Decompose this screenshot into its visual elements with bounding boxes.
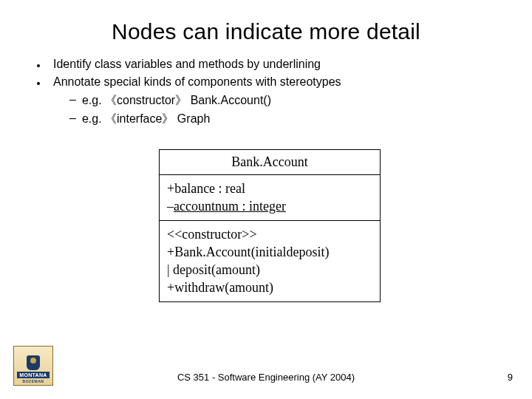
- uml-class-diagram: Bank.Account +balance : real –accountnum…: [159, 149, 381, 302]
- attribute-1: +balance : real: [167, 181, 245, 196]
- dash-icon: –: [69, 112, 76, 125]
- footer-course-info: CS 351 - Software Engineering (AY 2004): [177, 372, 355, 383]
- slide-title: Nodes can indicate more detail: [30, 19, 502, 44]
- attribute-2-underlined: accountnum : integer: [174, 199, 286, 214]
- bullet-1: Identify class variables and methods by …: [37, 58, 502, 71]
- sub-bullet-1-text: e.g. 《constructor》 Bank.Account(): [82, 93, 271, 109]
- sub-bullet-list: – e.g. 《constructor》 Bank.Account() – e.…: [69, 93, 502, 127]
- slide-content: Identify class variables and methods by …: [30, 58, 502, 302]
- operation-3: +withdraw(amount): [167, 279, 372, 296]
- logo-text: MONTANA: [17, 372, 49, 378]
- montana-state-logo: MONTANA BOZEMAN: [13, 346, 53, 386]
- operation-2-rest: deposit(amount): [170, 262, 260, 277]
- attributes-compartment: +balance : real –accountnum : integer: [160, 175, 380, 221]
- attribute-2-visibility: –: [167, 199, 174, 214]
- attribute-row: –accountnum : integer: [167, 197, 372, 215]
- page-number: 9: [508, 372, 513, 383]
- bullet-1-text: Identify class variables and methods by …: [53, 58, 321, 71]
- slide-footer: MONTANA BOZEMAN CS 351 - Software Engine…: [0, 356, 532, 386]
- operation-1: +Bank.Account(initialdeposit): [167, 243, 372, 261]
- bullet-icon: [37, 64, 40, 67]
- operation-2: | deposit(amount): [167, 261, 372, 279]
- bullet-2: Annotate special kinds of components wit…: [37, 75, 502, 89]
- operation-stereotype: <<constructor>>: [167, 225, 372, 243]
- class-name-compartment: Bank.Account: [160, 150, 380, 175]
- shield-icon: [27, 355, 40, 370]
- sub-bullet-2: – e.g. 《interface》 Graph: [69, 112, 502, 127]
- slide: Nodes can indicate more detail Identify …: [0, 0, 532, 399]
- dash-icon: –: [69, 93, 76, 106]
- sub-bullet-1: – e.g. 《constructor》 Bank.Account(): [69, 93, 502, 109]
- bullet-2-text: Annotate special kinds of components wit…: [53, 75, 341, 89]
- class-name: Bank.Account: [231, 154, 307, 169]
- logo-subtext: BOZEMAN: [23, 379, 44, 383]
- bullet-icon: [37, 82, 40, 85]
- operations-compartment: <<constructor>> +Bank.Account(initialdep…: [160, 221, 380, 301]
- attribute-row: +balance : real: [167, 180, 372, 197]
- sub-bullet-2-text: e.g. 《interface》 Graph: [82, 112, 210, 127]
